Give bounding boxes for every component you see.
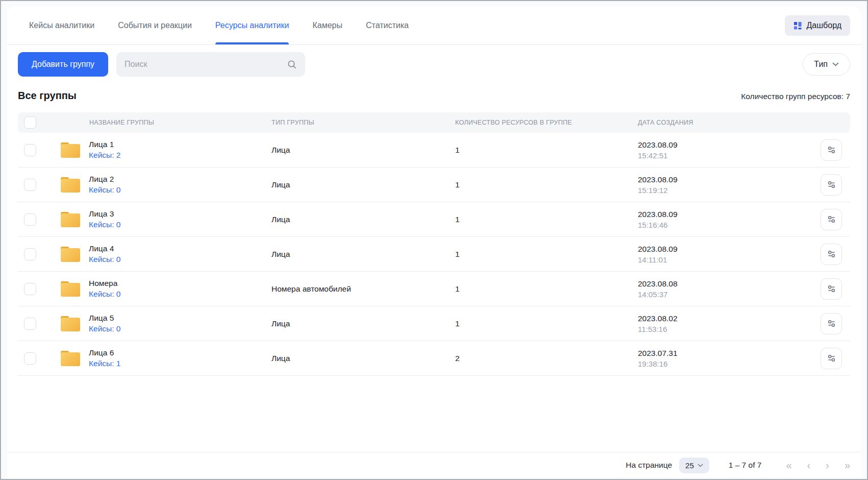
row-settings-button[interactable]: [821, 278, 842, 300]
select-all-cell: [18, 116, 61, 129]
creation-date: 2023.08.02: [638, 314, 812, 323]
cases-link[interactable]: Кейсы: 0: [89, 290, 120, 299]
row-checkbox-cell: [18, 213, 61, 226]
row-checkbox[interactable]: [24, 352, 36, 365]
tab-analytics-cases[interactable]: Кейсы аналитики: [29, 7, 94, 44]
first-page-button[interactable]: «: [786, 460, 791, 470]
row-checkbox-cell: [18, 248, 61, 260]
table-row[interactable]: Лица 5 Кейсы: 0 Лица 1 2023.08.02 11:53:…: [18, 306, 850, 341]
row-actions-cell: [812, 348, 850, 369]
heading-row: Все группы Количество групп ресурсов: 7: [7, 77, 861, 102]
pager-controls: « ‹ › »: [786, 460, 850, 470]
creation-date-cell: 2023.07.31 19:38:16: [635, 349, 812, 368]
table-row[interactable]: Лица 6 Кейсы: 1 Лица 2 2023.07.31 19:38:…: [18, 341, 850, 376]
row-checkbox-cell: [18, 283, 61, 295]
row-actions-cell: [812, 139, 850, 161]
folder-icon: [61, 177, 80, 193]
group-name: Лица 5: [89, 314, 120, 323]
search-icon[interactable]: [287, 59, 297, 69]
content-spacer: [7, 376, 861, 452]
tab-analytics-resources[interactable]: Ресурсы аналитики: [215, 7, 289, 44]
row-settings-button[interactable]: [821, 348, 842, 369]
window-frame: Кейсы аналитики События и реакции Ресурс…: [0, 0, 868, 480]
table-row[interactable]: Лица 3 Кейсы: 0 Лица 1 2023.08.09 15:16:…: [18, 202, 850, 237]
row-settings-button[interactable]: [821, 313, 842, 334]
type-filter-label: Тип: [814, 60, 828, 69]
tab-events-reactions[interactable]: События и реакции: [118, 7, 192, 44]
dashboard-button[interactable]: Дашборд: [785, 15, 851, 36]
dashboard-grid-icon: [793, 21, 802, 30]
creation-date: 2023.08.09: [638, 140, 812, 150]
row-settings-button[interactable]: [821, 174, 842, 196]
per-page-select[interactable]: 25: [679, 458, 709, 473]
column-header-name[interactable]: НАЗВАНИЕ ГРУППЫ: [61, 119, 267, 126]
table-row[interactable]: Номера Кейсы: 0 Номера автомобилей 1 202…: [18, 272, 850, 306]
tab-statistics[interactable]: Статистика: [366, 7, 409, 44]
dashboard-button-label: Дашборд: [807, 21, 842, 30]
next-page-button[interactable]: ›: [826, 460, 829, 470]
creation-time: 14:05:37: [638, 290, 812, 299]
group-name: Лица 1: [89, 140, 120, 149]
search-input[interactable]: [125, 60, 287, 69]
add-group-button[interactable]: Добавить группу: [18, 52, 108, 77]
row-checkbox[interactable]: [24, 213, 36, 226]
sliders-icon: [827, 319, 836, 328]
resource-count: 1: [451, 319, 635, 328]
folder-icon: [61, 212, 80, 227]
table-row[interactable]: Лица 2 Кейсы: 0 Лица 1 2023.08.09 15:19:…: [18, 167, 850, 202]
folder-icon: [61, 247, 80, 262]
row-checkbox[interactable]: [24, 179, 36, 191]
sliders-icon: [827, 214, 836, 224]
per-page-label: На странице: [626, 461, 672, 470]
pagination-footer: На странице 25 1 – 7 of 7 « ‹ › »: [7, 452, 861, 478]
tabs: Кейсы аналитики События и реакции Ресурс…: [29, 7, 409, 44]
tab-cameras[interactable]: Камеры: [312, 7, 342, 44]
group-name: Номера: [89, 279, 120, 288]
group-name-cell: Лица 4 Кейсы: 0: [61, 244, 267, 264]
row-settings-button[interactable]: [821, 244, 842, 265]
column-header-count[interactable]: КОЛИЧЕСТВО РЕСУРСОВ В ГРУППЕ: [451, 119, 635, 126]
cases-link[interactable]: Кейсы: 0: [89, 220, 120, 229]
resource-count: 1: [451, 215, 635, 224]
row-settings-button[interactable]: [821, 139, 842, 161]
cases-link[interactable]: Кейсы: 0: [89, 255, 120, 264]
cases-link[interactable]: Кейсы: 2: [89, 151, 120, 160]
search-box: [116, 52, 305, 77]
row-checkbox-cell: [18, 352, 61, 365]
per-page-value: 25: [685, 461, 694, 470]
group-name: Лица 2: [89, 175, 120, 184]
column-header-date[interactable]: ДАТА СОЗДАНИЯ: [635, 119, 812, 126]
sliders-icon: [827, 284, 836, 294]
cases-link[interactable]: Кейсы: 0: [89, 324, 120, 333]
select-all-checkbox[interactable]: [24, 116, 36, 129]
cases-link[interactable]: Кейсы: 1: [89, 359, 120, 368]
table-row[interactable]: Лица 1 Кейсы: 2 Лица 1 2023.08.09 15:42:…: [18, 133, 850, 167]
folder-icon: [61, 281, 80, 297]
creation-time: 19:38:16: [638, 359, 812, 368]
creation-date-cell: 2023.08.09 15:16:46: [635, 210, 812, 229]
row-actions-cell: [812, 278, 850, 300]
resource-count: 1: [451, 284, 635, 294]
group-name-cell: Лица 6 Кейсы: 1: [61, 348, 267, 368]
last-page-button[interactable]: »: [845, 460, 850, 470]
cases-link[interactable]: Кейсы: 0: [89, 185, 120, 195]
group-name-cell: Лица 5 Кейсы: 0: [61, 314, 267, 333]
resource-count: 1: [451, 180, 635, 189]
type-filter-dropdown[interactable]: Тип: [803, 53, 850, 76]
prev-page-button[interactable]: ‹: [807, 460, 811, 470]
folder-icon: [61, 351, 80, 366]
row-settings-button[interactable]: [821, 209, 842, 230]
row-checkbox[interactable]: [24, 144, 36, 156]
creation-date: 2023.08.09: [638, 210, 812, 219]
table-row[interactable]: Лица 4 Кейсы: 0 Лица 1 2023.08.09 14:11:…: [18, 237, 850, 272]
row-checkbox[interactable]: [24, 318, 36, 330]
folder-icon: [61, 142, 80, 158]
row-checkbox[interactable]: [24, 283, 36, 295]
group-name-cell: Лица 2 Кейсы: 0: [61, 175, 267, 195]
row-actions-cell: [812, 244, 850, 265]
creation-time: 15:42:51: [638, 151, 812, 160]
row-checkbox-cell: [18, 179, 61, 191]
toolbar: Добавить группу Тип: [7, 45, 861, 77]
column-header-type[interactable]: ТИП ГРУППЫ: [267, 119, 451, 126]
row-checkbox[interactable]: [24, 248, 36, 260]
